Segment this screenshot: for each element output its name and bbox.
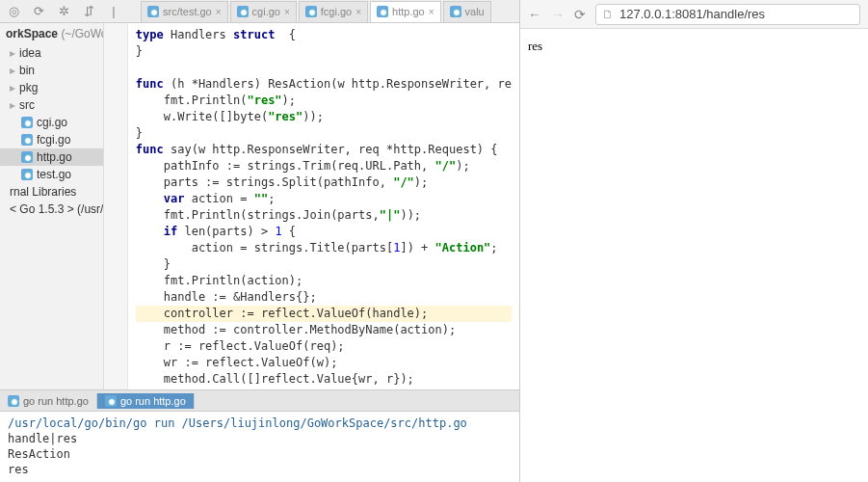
browser-pane: ← → ⟳ 🗋 127.0.0.1:8081/handle/res res: [520, 0, 868, 482]
go-file-icon: [21, 151, 33, 163]
tree-item-label: idea: [19, 46, 41, 60]
run-config-tab[interactable]: go run http.go: [0, 393, 97, 409]
sync-icon[interactable]: ⟳: [31, 4, 46, 19]
tree-file[interactable]: cgi.go: [0, 114, 103, 131]
project-title: orkSpace (~/GoWorkSpace): [0, 23, 103, 44]
close-icon[interactable]: ×: [429, 7, 434, 17]
go-file-icon: [377, 6, 388, 17]
tree-item-label: fcgi.go: [37, 133, 70, 147]
editor-tab[interactable]: http.go×: [370, 1, 440, 22]
code[interactable]: type Handlers struct { } func (h *Handle…: [128, 23, 519, 389]
console-command: /usr/local/go/bin/go run /Users/liujinlo…: [8, 415, 512, 431]
tree-item-label: http.go: [37, 150, 72, 164]
console-line: res: [8, 462, 512, 477]
ide-pane: ◎ ⟳ ✲ ⇵ | src/test.go×cgi.go×fcgi.go×htt…: [0, 0, 520, 482]
run-tab-label: go run http.go: [120, 395, 186, 407]
editor-tabs: src/test.go×cgi.go×fcgi.go×http.go×valu: [141, 1, 491, 22]
target-icon[interactable]: ◎: [6, 4, 21, 19]
tree-item-label: cgi.go: [37, 116, 67, 129]
go-file-icon: [21, 169, 33, 180]
tree-file[interactable]: http.go: [0, 148, 103, 166]
console-line: handle|res: [8, 431, 512, 446]
gutter: [104, 23, 128, 389]
editor-tab-label: http.go: [392, 6, 425, 17]
browser-viewport[interactable]: res: [520, 29, 868, 64]
console-line: ResAction: [8, 446, 512, 462]
console-stdout: handle|resResActionres: [8, 431, 512, 477]
tree-item-label: < Go 1.5.3 > (/usr/local/go): [10, 202, 104, 216]
chevron-right-icon: ▸: [10, 46, 15, 60]
tree-folder[interactable]: ▸idea: [0, 44, 103, 62]
close-icon[interactable]: ×: [216, 7, 222, 17]
tree-folder[interactable]: ▸pkg: [0, 79, 103, 96]
gear-icon[interactable]: ✲: [56, 4, 71, 19]
tree-item-label: bin: [19, 64, 35, 77]
tree-item-label: pkg: [19, 81, 38, 94]
tree-item-label: src: [19, 98, 35, 112]
editor-tab[interactable]: valu: [443, 1, 491, 22]
chevron-right-icon: ▸: [10, 64, 15, 77]
editor-tab-label: src/test.go: [163, 6, 212, 17]
editor-area[interactable]: type Handlers struct { } func (h *Handle…: [104, 23, 519, 389]
close-icon[interactable]: ×: [284, 7, 290, 17]
close-icon[interactable]: ×: [355, 7, 361, 17]
go-file-icon: [147, 6, 159, 17]
tree-file[interactable]: test.go: [0, 166, 103, 183]
go-file-icon: [8, 395, 19, 407]
console-output[interactable]: /usr/local/go/bin/go run /Users/liujinlo…: [0, 411, 519, 482]
editor-tab-label: fcgi.go: [321, 6, 352, 17]
project-name-partial: orkSpace: [6, 27, 58, 40]
run-config-tab[interactable]: go run http.go: [97, 393, 195, 409]
run-tool-window-tabs: go run http.gogo run http.go: [0, 389, 519, 411]
response-body: res: [528, 39, 542, 53]
editor-tab[interactable]: src/test.go×: [141, 1, 228, 22]
editor-tab-label: cgi.go: [252, 6, 280, 17]
go-file-icon: [450, 6, 461, 17]
go-file-icon: [21, 117, 33, 128]
chevron-right-icon: ▸: [10, 98, 15, 112]
go-file-icon: [305, 6, 317, 17]
tree-folder[interactable]: ▸src: [0, 96, 103, 114]
tree-file[interactable]: fcgi.go: [0, 131, 103, 148]
tree-folder[interactable]: rnal Libraries: [0, 183, 103, 201]
project-sidebar[interactable]: orkSpace (~/GoWorkSpace) ▸idea▸bin▸pkg▸s…: [0, 23, 104, 389]
project-tree: ▸idea▸bin▸pkg▸srccgi.gofcgi.gohttp.gotes…: [0, 44, 103, 218]
project-path: (~/GoWorkSpace): [61, 27, 102, 40]
editor-tab[interactable]: fcgi.go×: [299, 1, 368, 22]
tree-item-label: rnal Libraries: [10, 185, 76, 199]
divider-icon: |: [106, 4, 121, 19]
browser-toolbar: ← → ⟳ 🗋 127.0.0.1:8081/handle/res: [520, 0, 868, 29]
editor-tab-label: valu: [465, 6, 485, 17]
filter-icon[interactable]: ⇵: [81, 4, 96, 19]
tree-item-label: test.go: [37, 168, 71, 181]
back-icon[interactable]: ←: [528, 7, 541, 22]
url-text: 127.0.0.1:8081/handle/res: [619, 7, 765, 21]
go-file-icon: [237, 6, 249, 17]
tree-folder[interactable]: ▸bin: [0, 62, 103, 79]
go-file-icon: [105, 395, 117, 407]
go-file-icon: [21, 134, 33, 146]
ide-toolbar: ◎ ⟳ ✲ ⇵ | src/test.go×cgi.go×fcgi.go×htt…: [0, 0, 519, 23]
page-icon: 🗋: [602, 8, 614, 21]
chevron-right-icon: ▸: [10, 81, 15, 94]
run-tab-label: go run http.go: [23, 395, 89, 407]
address-bar[interactable]: 🗋 127.0.0.1:8081/handle/res: [595, 4, 860, 25]
forward-icon[interactable]: →: [551, 7, 565, 22]
editor-tab[interactable]: cgi.go×: [230, 1, 297, 22]
tree-folder[interactable]: < Go 1.5.3 > (/usr/local/go): [0, 201, 103, 218]
reload-icon[interactable]: ⟳: [574, 7, 586, 22]
